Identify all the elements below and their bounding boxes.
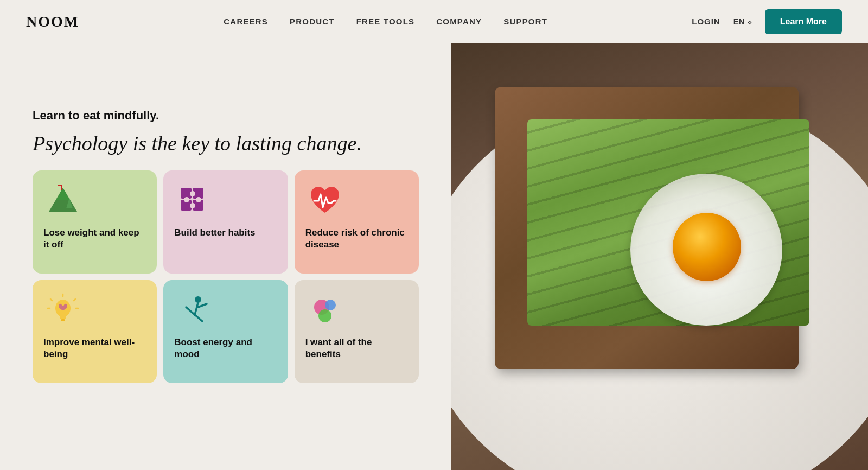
benefit-label-mental: Improve mental well-being (43, 336, 146, 360)
benefit-label-lose-weight: Lose weight and keep it off (43, 227, 146, 251)
svg-point-9 (184, 197, 189, 202)
toast (495, 87, 799, 369)
benefit-grid: Lose weight and keep it off (33, 170, 419, 383)
svg-rect-15 (61, 319, 65, 321)
svg-line-23 (186, 307, 195, 315)
benefit-label-reduce-risk: Reduce risk of chronic disease (305, 227, 408, 251)
svg-point-28 (318, 309, 331, 322)
svg-line-24 (195, 315, 202, 321)
circles-icon (305, 291, 344, 330)
svg-point-11 (196, 197, 201, 202)
egg-white (630, 174, 782, 326)
language-selector[interactable]: EN ⬦ (733, 17, 752, 26)
food-image (451, 43, 868, 470)
svg-rect-14 (60, 316, 66, 319)
heart-pulse-icon (305, 181, 344, 220)
svg-line-22 (195, 303, 198, 315)
hero-tagline: Learn to eat mindfully. (33, 109, 419, 123)
hero-section: Learn to eat mindfully. Psychology is th… (0, 43, 868, 470)
brain-bulb-icon (43, 291, 82, 330)
svg-line-17 (50, 299, 52, 301)
svg-point-27 (325, 300, 336, 310)
nav-links: CAREERS PRODUCT FREE TOOLS COMPANY SUPPO… (224, 17, 547, 26)
benefit-card-all[interactable]: I want all of the benefits (295, 280, 419, 383)
nav-careers[interactable]: CAREERS (224, 17, 268, 26)
svg-point-10 (190, 191, 195, 196)
svg-rect-5 (181, 188, 192, 199)
benefit-label-all: I want all of the benefits (305, 336, 408, 360)
hero-headline: Psychology is the key to lasting change. (33, 131, 419, 155)
egg-yolk (673, 213, 741, 281)
svg-point-21 (195, 296, 201, 303)
mountain-icon (43, 181, 82, 220)
benefit-label-build-habits: Build better habits (174, 227, 277, 239)
hero-right (451, 43, 868, 470)
svg-marker-1 (56, 188, 69, 200)
benefit-card-energy[interactable]: Boost energy and mood (163, 280, 288, 383)
svg-rect-3 (58, 185, 62, 186)
yoga-icon (174, 291, 213, 330)
learn-more-button[interactable]: Learn More (765, 9, 842, 34)
nav-company[interactable]: COMPANY (436, 17, 482, 26)
benefit-label-energy: Boost energy and mood (174, 336, 277, 360)
puzzle-icon (174, 181, 213, 220)
benefit-card-reduce-risk[interactable]: Reduce risk of chronic disease (295, 170, 419, 274)
main-nav: NOOM CAREERS PRODUCT FREE TOOLS COMPANY … (0, 0, 868, 43)
svg-point-12 (190, 203, 195, 208)
nav-right: LOGIN EN ⬦ Learn More (692, 9, 842, 34)
nav-product[interactable]: PRODUCT (290, 17, 335, 26)
benefit-card-mental[interactable]: Improve mental well-being (33, 280, 157, 383)
benefit-card-build-habits[interactable]: Build better habits (163, 170, 288, 274)
nav-free-tools[interactable]: FREE TOOLS (356, 17, 415, 26)
logo[interactable]: NOOM (26, 13, 79, 30)
svg-line-18 (74, 299, 75, 301)
login-link[interactable]: LOGIN (692, 17, 720, 26)
nav-support[interactable]: SUPPORT (503, 17, 547, 26)
hero-left: Learn to eat mindfully. Psychology is th… (0, 43, 451, 470)
svg-line-25 (198, 304, 207, 307)
benefit-card-lose-weight[interactable]: Lose weight and keep it off (33, 170, 157, 274)
